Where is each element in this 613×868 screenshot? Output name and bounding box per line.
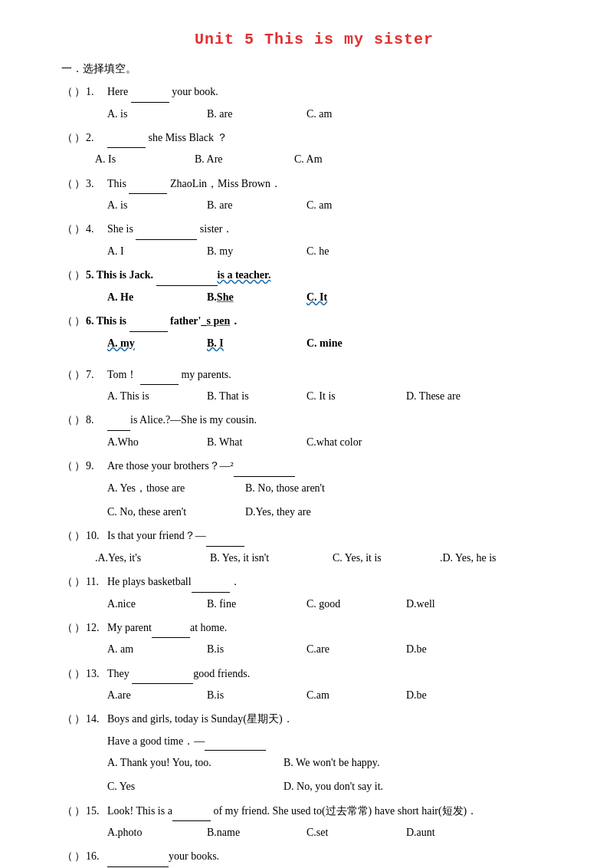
paren-8: （ bbox=[61, 410, 74, 429]
q4-opt-a: A. I bbox=[107, 242, 184, 261]
q13-options: A.are B.is C.am D.be bbox=[107, 686, 567, 705]
q2-opt-c: C. Am bbox=[294, 150, 371, 169]
q14-options: A. Thank you! You, too. B. We won't be h… bbox=[107, 753, 567, 772]
question-1: （ ） 1. Here your book. A. is B. are C. a… bbox=[61, 82, 567, 123]
q9-text: Are those your brothers？—² bbox=[107, 456, 567, 477]
paren-close-7: ） bbox=[74, 365, 86, 384]
paren-11: （ bbox=[61, 572, 74, 591]
paren-close-9: ） bbox=[74, 456, 86, 475]
q7-opt-b: B. That is bbox=[207, 386, 284, 406]
paren-close-5: ） bbox=[74, 265, 86, 284]
q8-text: is Alice.?—She is my cousin. bbox=[107, 410, 567, 431]
q13-opt-c: C.am bbox=[306, 686, 383, 705]
q12-opt-a: A. am bbox=[107, 639, 184, 659]
q12-text: My parentat home. bbox=[107, 618, 567, 639]
q14-options-2: C. Yes D. No, you don't say it. bbox=[107, 777, 567, 796]
question-11: （ ） 11. He plays basketball． A.nice B. f… bbox=[61, 572, 567, 613]
q14-opt-b: B. We won't be happy. bbox=[284, 753, 379, 772]
question-10: （ ） 10. Is that your friend？— .A.Yes, it… bbox=[61, 526, 567, 567]
paren-6: （ bbox=[61, 311, 74, 330]
q1-text: Here your book. bbox=[107, 82, 567, 103]
q3-text: This ZhaoLin，Miss Brown． bbox=[107, 174, 567, 195]
q6-options: A. my B. I C. mine bbox=[107, 334, 567, 353]
question-9: （ ） 9. Are those your brothers？—² A. Yes… bbox=[61, 456, 567, 521]
question-8: （ ） 8. is Alice.?—She is my cousin. A.Wh… bbox=[61, 410, 567, 452]
paren-2: （ bbox=[61, 128, 74, 147]
paren-12: （ bbox=[61, 618, 74, 637]
q-num-11: 11. bbox=[86, 572, 107, 591]
q4-options: A. I B. my C. he bbox=[107, 242, 567, 261]
q9-opt-a: A. Yes，those are bbox=[107, 478, 222, 498]
paren-1: （ bbox=[61, 82, 74, 101]
q12-opt-b: B.is bbox=[207, 639, 284, 659]
q3-opt-c: C. am bbox=[306, 196, 383, 215]
q-num-13: 13. bbox=[86, 664, 107, 683]
q11-options: A.nice B. fine C. good D.well bbox=[107, 594, 567, 613]
q9-opt-b: B. No, those aren't bbox=[245, 478, 360, 498]
q15-opt-d: D.aunt bbox=[406, 823, 483, 842]
q6-text: 6. This is father'_s pen． bbox=[86, 311, 567, 332]
question-6: （ ） 6. This is father'_s pen． A. my B. I… bbox=[61, 311, 567, 353]
q10-opt-c: C. Yes, it is bbox=[333, 548, 417, 567]
q13-opt-a: A.are bbox=[107, 686, 184, 705]
q-num-14: 14. bbox=[86, 709, 107, 728]
q-num-2: 2. bbox=[86, 128, 107, 147]
q-num-4: 4. bbox=[86, 219, 107, 238]
q14-opt-c: C. Yes bbox=[107, 777, 261, 796]
paren-close-3: ） bbox=[74, 174, 86, 193]
q5-text: 5. This is Jack. is a teacher. bbox=[86, 265, 567, 286]
q-num-3: 3. bbox=[86, 174, 107, 193]
paren-4: （ bbox=[61, 219, 74, 238]
paren-9: （ bbox=[61, 456, 74, 475]
q-num-1: 1. bbox=[86, 82, 107, 101]
q11-opt-c: C. good bbox=[306, 594, 383, 613]
paren-14: （ bbox=[61, 709, 74, 728]
question-15: （ ） 15. Look! This is a of my friend. Sh… bbox=[61, 801, 567, 843]
q12-opt-c: C.are bbox=[306, 639, 383, 659]
q1-opt-b: B. are bbox=[207, 104, 284, 123]
q4-opt-b: B. my bbox=[207, 242, 284, 261]
paren-close-11: ） bbox=[74, 572, 86, 591]
question-13: （ ） 13. They good friends. A.are B.is C.… bbox=[61, 664, 567, 705]
q8-opt-a: A.Who bbox=[107, 432, 184, 452]
q6-opt-b: B. I bbox=[207, 334, 284, 353]
q4-text: She is sister． bbox=[107, 219, 567, 240]
q6-opt-a: A. my bbox=[107, 334, 184, 353]
paren-3: （ bbox=[61, 174, 74, 193]
q2-options: A. Is B. Are C. Am bbox=[95, 150, 567, 169]
q5-options: A. He B.She C. It bbox=[107, 288, 567, 307]
q7-opt-d: D. These are bbox=[406, 386, 483, 406]
paren-close-10: ） bbox=[74, 526, 86, 545]
paren-close-6: ） bbox=[74, 311, 86, 330]
q7-options: A. This is B. That is C. It is D. These … bbox=[107, 386, 567, 406]
q11-opt-a: A.nice bbox=[107, 594, 184, 613]
q10-options: .A.Yes, it's B. Yes, it isn't C. Yes, it… bbox=[95, 548, 567, 567]
q10-opt-d: .D. Yes, he is bbox=[440, 548, 516, 567]
page-title: Unit 5 This is my sister bbox=[61, 31, 567, 48]
question-16: （ ） 16. your books. .A.Here are B. Here … bbox=[61, 847, 567, 868]
q-num-16: 16. bbox=[86, 847, 107, 866]
q9-opt-d: D.Yes, they are bbox=[245, 502, 360, 521]
paren-close-1: ） bbox=[74, 82, 86, 101]
q5-opt-a: A. He bbox=[107, 288, 184, 307]
paren-15: （ bbox=[61, 801, 74, 820]
paren-close-4: ） bbox=[74, 219, 86, 238]
q7-opt-c: C. It is bbox=[306, 386, 383, 406]
paren-7: （ bbox=[61, 365, 74, 384]
q16-text: your books. bbox=[107, 847, 567, 867]
q2-opt-b: B. Are bbox=[195, 150, 271, 169]
q5-opt-b: B.She bbox=[207, 288, 284, 307]
q8-opt-b: B. What bbox=[207, 432, 284, 452]
q11-opt-d: D.well bbox=[406, 594, 483, 613]
question-5: （ ） 5. This is Jack. is a teacher. A. He… bbox=[61, 265, 567, 307]
q11-opt-b: B. fine bbox=[207, 594, 284, 613]
q8-options: A.Who B. What C.what color bbox=[107, 432, 567, 452]
q-num-10: 10. bbox=[86, 526, 107, 545]
q7-opt-a: A. This is bbox=[107, 386, 184, 406]
q-num-15: 15. bbox=[86, 801, 107, 820]
question-12: （ ） 12. My parentat home. A. am B.is C.a… bbox=[61, 618, 567, 659]
paren-close-2: ） bbox=[74, 128, 86, 147]
q10-text: Is that your friend？— bbox=[107, 526, 567, 547]
paren-close-13: ） bbox=[74, 664, 86, 683]
q15-opt-c: C.set bbox=[306, 823, 383, 842]
